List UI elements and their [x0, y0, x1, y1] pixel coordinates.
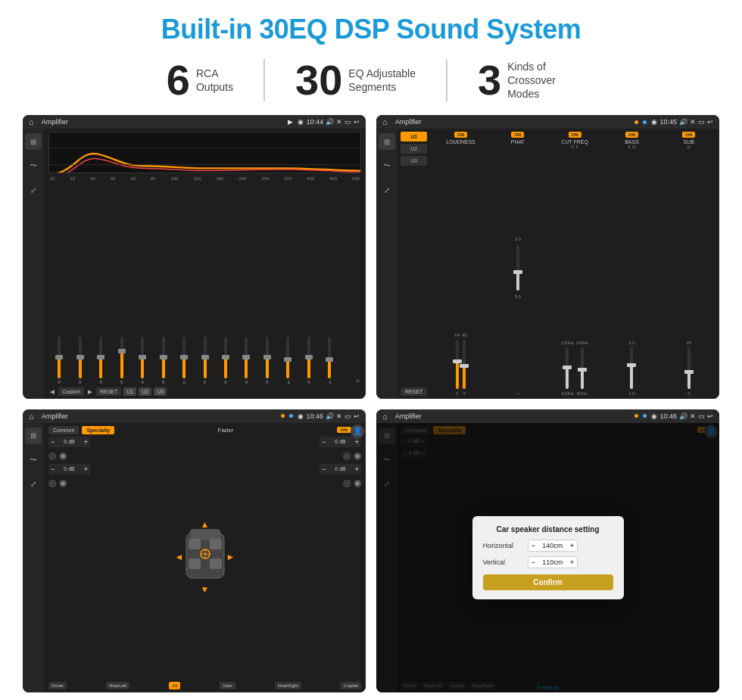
eq-u2-btn[interactable]: U2	[139, 387, 151, 396]
arrow-right-icon[interactable]: ►	[226, 552, 235, 562]
fader-rearright-btn[interactable]: RearRight	[275, 682, 301, 689]
sidebar-wave-icon[interactable]: 〜	[25, 157, 42, 174]
sidebar-icon-fader[interactable]: ⊞	[25, 428, 42, 444]
fader-car-diagram: ▲	[182, 437, 228, 679]
fader-user-btn[interactable]: User	[220, 682, 235, 689]
volume-icon: 🔊	[326, 118, 334, 126]
fader-db-rl: − 0 dB +	[48, 464, 90, 474]
statusbar-fader-title: Amplifier	[42, 412, 277, 420]
eq-u3-btn[interactable]: U3	[154, 387, 167, 396]
fader-common-tab[interactable]: Common	[48, 426, 79, 434]
fader-driver-btn[interactable]: Driver	[48, 682, 67, 689]
fader-fl-minus[interactable]: −	[51, 438, 55, 446]
home-icon[interactable]: ⌂	[29, 117, 34, 126]
fader-rl-plus[interactable]: +	[84, 465, 88, 473]
amp-main-area: U1 U2 U3 RESET ON	[398, 129, 719, 399]
eq-slider-1[interactable]: 0	[70, 337, 89, 384]
home-icon-fader[interactable]: ⌂	[29, 412, 34, 421]
stat-eq-label: EQ AdjustableSegments	[348, 67, 416, 94]
speaker-rl-icon2: ◉	[59, 478, 67, 488]
fader-center: ▲	[95, 437, 315, 679]
amp-loudness-on[interactable]: ON	[454, 132, 467, 138]
home-icon-amp[interactable]: ⌂	[382, 117, 388, 126]
fader-controls-left: − 0 dB + ◎ ◉ − 0 dB +	[48, 437, 90, 679]
fader-rl-minus[interactable]: −	[51, 465, 55, 473]
svg-rect-5	[189, 539, 201, 549]
arrow-down-icon[interactable]: ▼	[201, 584, 210, 595]
close-icon-amp: ✕	[690, 118, 696, 126]
fader-copilot-btn[interactable]: Copilot	[341, 682, 361, 689]
eq-reset-btn[interactable]: RESET	[96, 387, 121, 396]
eq-next-arrow[interactable]: ►	[86, 387, 94, 396]
window-icon: ▭	[344, 118, 351, 126]
dialog-horizontal-plus[interactable]: +	[570, 542, 574, 549]
dialog-vertical-control: − 110cm +	[528, 556, 578, 568]
amp-u1-btn[interactable]: U1	[401, 132, 427, 142]
stat-crossover-number: 3	[478, 59, 501, 101]
sidebar-eq-icon-amp[interactable]: ⊞	[379, 133, 395, 150]
eq-slider-13[interactable]: -1	[320, 337, 338, 384]
sidebar-wave-fader[interactable]: 〜	[25, 452, 42, 468]
eq-slider-6[interactable]: 0	[175, 337, 193, 384]
fader-rr-plus[interactable]: +	[355, 465, 359, 473]
amp-bass-on[interactable]: ON	[625, 132, 638, 138]
eq-custom-btn[interactable]: Custom	[58, 387, 84, 396]
dialog-horizontal-control: − 140cm +	[528, 540, 578, 552]
sidebar-expand-icon[interactable]: ⤢	[25, 182, 42, 198]
eq-bottom-bar: ◄ Custom ► RESET U1 U2 U3	[48, 387, 361, 396]
dialog-vertical-plus[interactable]: +	[570, 558, 574, 566]
amp-loudness: ON LOUDNESS 64	[433, 132, 488, 396]
eq-expand[interactable]: »	[341, 377, 360, 384]
dialog-horizontal-minus[interactable]: −	[532, 542, 535, 549]
eq-slider-10[interactable]: 0	[258, 337, 276, 384]
eq-slider-12[interactable]: 0	[300, 337, 318, 384]
dialog-vertical-label: Vertical	[483, 558, 525, 566]
fader-fr-minus[interactable]: −	[322, 438, 326, 446]
amp-bass: ON BASS F G 3.0	[604, 132, 659, 396]
sidebar-expand-icon-amp[interactable]: ⤢	[379, 182, 395, 198]
speaker-rl-icon: ◎	[48, 478, 56, 488]
arrow-left-icon[interactable]: ◄	[175, 552, 184, 562]
amp-reset-btn[interactable]: RESET	[401, 387, 427, 396]
eq-slider-4[interactable]: 0	[133, 337, 151, 384]
fader-speaker-fr: ◎ ◉	[320, 450, 361, 461]
svg-rect-8	[210, 558, 222, 569]
sidebar-wave-icon-amp[interactable]: 〜	[379, 157, 395, 174]
arrow-up-icon[interactable]: ▲	[201, 519, 210, 530]
eq-slider-2[interactable]: 0	[92, 337, 110, 384]
fader-specialty-tab[interactable]: Specialty	[82, 426, 114, 434]
eq-slider-9[interactable]: 0	[237, 337, 255, 384]
amp-sub: ON SUB G 20	[662, 132, 716, 396]
screen-eq: ⌂ Amplifier ▶ ◉ 10:44 🔊 ✕ ▭ ↩ ⊞ 〜 ⤢	[23, 115, 366, 399]
status-icons-eq: ◉ 10:44 🔊 ✕ ▭ ↩	[298, 118, 360, 126]
fader-fl-plus[interactable]: +	[84, 438, 88, 446]
fader-fr-plus[interactable]: +	[355, 438, 359, 446]
sidebar-eq-icon[interactable]: ⊞	[25, 133, 42, 150]
amp-sub-on[interactable]: ON	[682, 132, 695, 138]
fader-all-btn[interactable]: All	[169, 682, 180, 689]
eq-u1-btn[interactable]: U1	[123, 387, 136, 396]
eq-slider-3[interactable]: 5	[112, 337, 130, 384]
eq-slider-8[interactable]: 0	[217, 337, 235, 384]
eq-slider-7[interactable]: 0	[195, 337, 214, 384]
amp-u2-btn[interactable]: U2	[401, 144, 427, 154]
svg-rect-7	[189, 558, 201, 569]
sidebar-expand-fader[interactable]: ⤢	[25, 476, 42, 493]
fader-on-badge[interactable]: ON	[337, 427, 351, 433]
eq-slider-11[interactable]: -1	[279, 337, 297, 384]
eq-freq-labels: 25 32 40 50 63 80 100 125 160 200 250 32…	[48, 176, 361, 181]
amp-phat-on[interactable]: ON	[511, 132, 524, 138]
amp-cutfreq-on[interactable]: ON	[569, 132, 581, 138]
fader-rearleft-btn[interactable]: RearLeft	[106, 682, 129, 689]
dialog-vertical-minus[interactable]: −	[532, 558, 535, 566]
confirm-button[interactable]: Confirm	[483, 574, 613, 590]
eq-prev-arrow[interactable]: ◄	[48, 387, 56, 396]
status-icons-amp: ◉ 10:45 🔊 ✕ ▭ ↩	[651, 118, 713, 126]
eq-slider-5[interactable]: 0	[154, 337, 172, 384]
fader-rr-minus[interactable]: −	[322, 465, 326, 473]
dialog-horizontal-label: Horizontal	[483, 542, 525, 549]
eq-slider-0[interactable]: 0	[50, 337, 68, 384]
home-icon-dialog[interactable]: ⌂	[382, 412, 388, 421]
screen-fader: ⌂ Amplifier ◉ 10:46 🔊 ✕ ▭ ↩ ⊞ 〜 ⤢	[23, 409, 366, 693]
amp-u3-btn[interactable]: U3	[401, 156, 427, 166]
